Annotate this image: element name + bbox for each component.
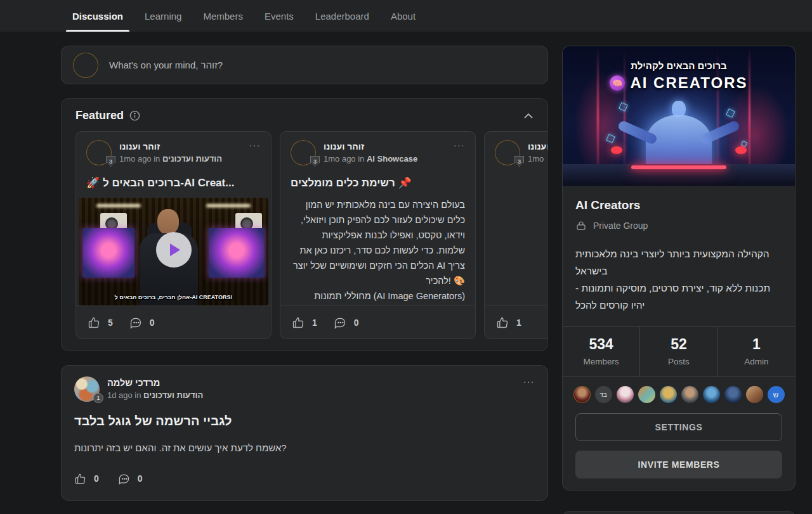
video-thumbnail[interactable]: אהלן חברים, ברוכים הבאים ל-AI CREATORS! <box>79 198 268 305</box>
post-body[interactable]: אשמח לדעת איך עושים את זה. והאם יש בזה י… <box>74 442 535 453</box>
community-nav: Discussion Learning Members Events Leade… <box>0 0 812 32</box>
current-user-avatar[interactable] <box>73 53 98 78</box>
group-description: הקהילה המקצועית ביותר ליוצרי בינה מלאכות… <box>575 245 782 314</box>
member-avatar[interactable] <box>724 386 742 403</box>
member-avatar[interactable] <box>638 386 655 403</box>
tab-about[interactable]: About <box>384 0 422 32</box>
comment-count: 0 <box>150 318 155 328</box>
post-channel: AI Showcase <box>367 154 417 164</box>
community-banner-image: ברוכים הבאים לקהילת 🧠 AI CREATORS <box>563 46 795 186</box>
like-button[interactable]: 1 <box>292 316 317 329</box>
featured-post-card-1[interactable]: 3 זוהר וענונו 1mo ago in הודעות ועדכונים… <box>75 131 272 339</box>
community-sidebar: ברוכים הבאים לקהילת 🧠 AI CREATORS AI Cre… <box>562 46 796 514</box>
post-channel: הודעות ועדכונים <box>162 154 222 164</box>
like-count: 5 <box>108 318 113 328</box>
comment-count: 0 <box>138 473 143 484</box>
featured-title: Featured <box>75 109 124 122</box>
post-meta: 1mo ago in הודעות ועדכונים <box>119 154 242 164</box>
tab-members[interactable]: Members <box>197 0 249 32</box>
tab-discussion[interactable]: Discussion <box>66 0 129 32</box>
tab-events[interactable]: Events <box>258 0 300 32</box>
main-feed-column: What's on your mind, זוהר? Featured <box>61 46 548 514</box>
privacy-label: Private Group <box>593 221 648 231</box>
post-author-avatar[interactable]: 3 <box>291 140 316 165</box>
level-badge: 1 <box>93 393 103 403</box>
member-avatar-initials[interactable]: בד <box>595 386 612 403</box>
more-options-icon[interactable]: ... <box>454 140 465 165</box>
person-head <box>157 209 179 235</box>
comment-button[interactable]: 0 <box>334 316 359 329</box>
comment-button[interactable]: 0 <box>129 316 155 329</box>
feed-post[interactable]: 1 מרדכי שלמה 1d ago in הודעות ועדכונים .… <box>61 365 548 501</box>
post-author-avatar[interactable]: 3 <box>495 140 520 165</box>
member-avatar[interactable] <box>573 386 591 403</box>
member-avatar-row: בד ש <box>563 376 795 413</box>
post-meta: 1d ago in הודעות ועדכונים <box>107 390 516 400</box>
lock-icon <box>575 220 587 231</box>
more-options-icon[interactable]: ... <box>249 140 261 165</box>
member-avatar[interactable] <box>617 386 634 403</box>
member-avatar-initials[interactable]: ש <box>768 386 785 403</box>
featured-post-card-3[interactable]: 3 וענונו 1mo 📌 קהילה ✅ ? למעלה היכנס ל ע… <box>484 131 547 339</box>
tab-leaderboard[interactable]: Leaderboard <box>309 0 376 32</box>
community-info-card: ברוכים הבאים לקהילת 🧠 AI CREATORS AI Cre… <box>562 46 796 491</box>
featured-post-card-2[interactable]: 3 זוהר וענונו 1mo ago in AI Showcase ...… <box>280 131 476 339</box>
post-title[interactable]: רשימת כלים מומלצים 📌 <box>291 176 465 190</box>
post-channel: הודעות ועדכונים <box>143 390 203 400</box>
banner-community-name: AI CREATORS <box>630 74 747 92</box>
like-count: 1 <box>312 318 317 328</box>
like-button[interactable]: 0 <box>74 473 99 485</box>
leaderboard-card: Leaderboard (30-days) <box>562 511 796 514</box>
post-meta: 1mo <box>528 154 547 164</box>
level-badge: 3 <box>514 156 524 167</box>
post-author-avatar[interactable]: 3 <box>86 140 112 165</box>
comment-button[interactable]: 0 <box>118 473 143 485</box>
monitor-left <box>82 228 134 278</box>
like-button[interactable]: 1 <box>496 316 521 329</box>
brain-logo-icon: 🧠 <box>610 75 625 91</box>
banner-keyboard-glow <box>631 165 726 169</box>
tab-learning[interactable]: Learning <box>138 0 188 32</box>
member-avatar[interactable] <box>746 386 763 403</box>
level-badge: 3 <box>310 156 320 167</box>
level-badge: 3 <box>106 156 115 167</box>
post-author-avatar[interactable]: 1 <box>74 376 100 402</box>
post-composer[interactable]: What's on your mind, זוהר? <box>61 46 548 84</box>
post-title[interactable]: 📌 קהילה <box>495 176 547 190</box>
group-name: AI Creators <box>575 198 782 212</box>
member-avatar[interactable] <box>681 386 698 403</box>
banner-welcome-text: ברוכים הבאים לקהילת <box>563 60 795 71</box>
post-meta: 1mo ago in AI Showcase <box>324 154 446 164</box>
post-title[interactable]: לגביי הרשמה של גוגל בלבד <box>74 414 535 428</box>
stat-posts[interactable]: 52 Posts <box>639 327 717 376</box>
video-subtitle: אהלן חברים, ברוכים הבאים ל-AI CREATORS! <box>79 294 268 300</box>
info-icon[interactable] <box>129 110 140 121</box>
featured-section: Featured <box>61 98 548 351</box>
studio-light <box>96 204 141 207</box>
featured-cards-row: 3 זוהר וענונו 1mo ago in הודעות ועדכונים… <box>75 131 547 339</box>
post-author-name[interactable]: זוהר וענונו <box>119 141 242 151</box>
play-button[interactable] <box>156 232 192 267</box>
more-options-icon[interactable]: ... <box>523 376 535 402</box>
post-author-name[interactable]: זוהר וענונו <box>324 141 446 151</box>
post-title[interactable]: 🚀 ברוכים הבאים ל-AI Creat... <box>86 176 261 190</box>
stat-admin[interactable]: 1 Admin <box>717 327 795 376</box>
like-button[interactable]: 5 <box>88 316 113 329</box>
studio-light <box>206 204 251 207</box>
like-count: 0 <box>94 473 99 484</box>
invite-members-button[interactable]: INVITE MEMBERS <box>575 451 782 479</box>
stat-members[interactable]: 534 Members <box>563 327 639 376</box>
member-avatar[interactable] <box>660 386 677 403</box>
post-body[interactable]: ✅ ? למעלה היכנס ל עמוד התכנים שיש לקבל ת… <box>495 198 547 305</box>
composer-placeholder[interactable]: What's on your mind, זוהר? <box>109 60 223 70</box>
settings-button[interactable]: SETTINGS <box>575 413 782 441</box>
post-author-name[interactable]: מרדכי שלמה <box>107 378 516 388</box>
post-author-name[interactable]: וענונו <box>528 141 547 151</box>
post-body[interactable]: בעולם היצירה עם בינה מלאכותית יש המון כל… <box>291 197 465 304</box>
like-count: 1 <box>516 318 521 328</box>
group-stats: 534 Members 52 Posts 1 Admin <box>563 326 795 376</box>
member-avatar[interactable] <box>703 386 720 403</box>
collapse-chevron-up-icon[interactable] <box>523 113 534 119</box>
monitor-right <box>209 228 265 278</box>
comment-count: 0 <box>354 318 359 328</box>
